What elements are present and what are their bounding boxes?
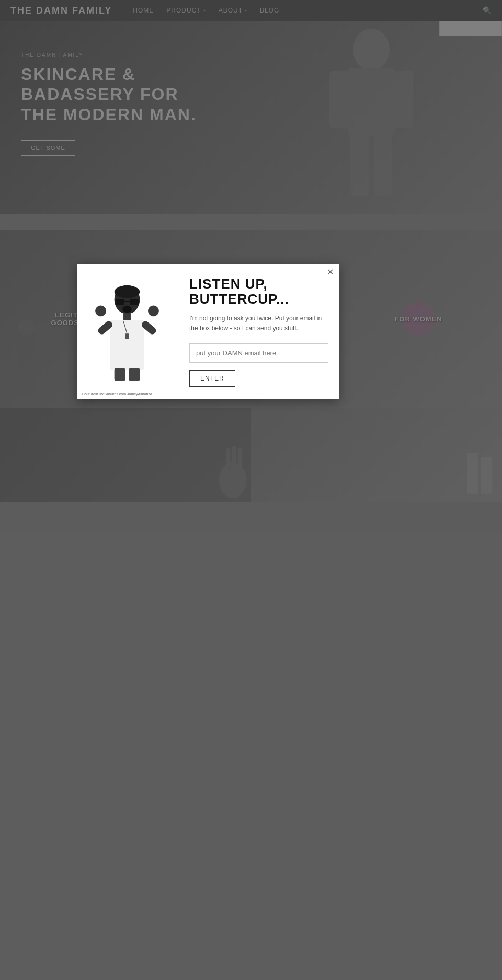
svg-rect-22: [130, 299, 139, 305]
enter-button[interactable]: ENTER: [189, 370, 235, 387]
svg-point-20: [115, 285, 140, 298]
svg-point-30: [148, 306, 159, 317]
modal-person-svg: [85, 279, 169, 384]
modal-person-figure: [77, 264, 177, 399]
modal-image-panel: CoutureInTheSuburbs.com JameyAlmanza: [77, 264, 177, 399]
svg-rect-21: [115, 299, 124, 305]
svg-point-29: [95, 306, 106, 317]
svg-rect-34: [129, 368, 140, 381]
modal-overlay[interactable]: [0, 0, 502, 980]
svg-rect-32: [126, 334, 129, 339]
svg-point-24: [122, 306, 131, 313]
photo-credit: CoutureInTheSuburbs.com JameyAlmanza: [81, 391, 154, 396]
email-input[interactable]: [189, 343, 328, 363]
svg-rect-33: [115, 368, 126, 381]
modal-title: LISTEN UP, BUTTERCUP...: [189, 276, 328, 306]
modal-content-panel: ✕ LISTEN UP, BUTTERCUP... I'm not going …: [177, 264, 339, 399]
svg-rect-26: [110, 320, 144, 371]
modal-subtitle: I'm not going to ask you twice. Put your…: [189, 314, 328, 333]
modal-close-button[interactable]: ✕: [327, 268, 334, 276]
email-modal: CoutureInTheSuburbs.com JameyAlmanza ✕ L…: [77, 264, 339, 399]
